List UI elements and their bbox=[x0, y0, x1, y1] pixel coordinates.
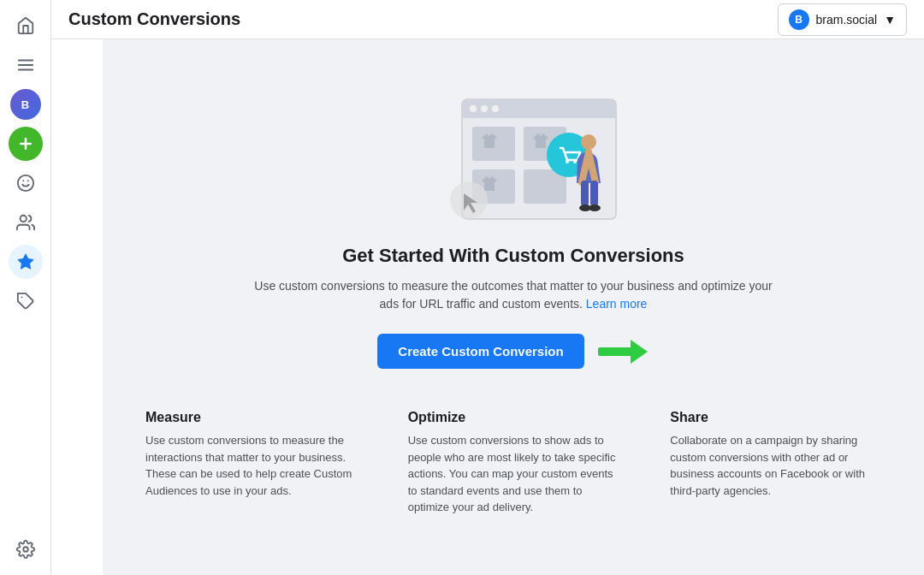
share-description: Collaborate on a campaign by sharing cus… bbox=[670, 432, 881, 499]
home-icon[interactable] bbox=[9, 9, 43, 43]
green-arrow-icon bbox=[598, 338, 649, 365]
custom-conversions-icon[interactable] bbox=[9, 245, 43, 279]
share-title: Share bbox=[670, 410, 881, 425]
illustration bbox=[394, 74, 633, 245]
svg-point-14 bbox=[470, 105, 477, 112]
create-custom-conversion-button[interactable]: Create Custom Conversion bbox=[377, 334, 583, 369]
feature-optimize: Optimize Use custom conversions to show … bbox=[408, 410, 619, 516]
svg-rect-30 bbox=[598, 347, 632, 356]
optimize-title: Optimize bbox=[408, 410, 619, 425]
svg-point-16 bbox=[492, 105, 499, 112]
svg-point-8 bbox=[20, 216, 26, 222]
features-section: Measure Use custom conversions to measur… bbox=[128, 410, 898, 516]
svg-rect-26 bbox=[590, 181, 598, 206]
account-name: bram.social bbox=[816, 13, 878, 27]
sidebar: B bbox=[0, 0, 51, 575]
learn-more-link[interactable]: Learn more bbox=[586, 297, 648, 311]
svg-rect-13 bbox=[462, 111, 616, 118]
cta-row: Create Custom Conversion bbox=[377, 334, 649, 369]
svg-rect-25 bbox=[581, 181, 589, 206]
measure-description: Use custom conversions to measure the in… bbox=[145, 432, 357, 499]
svg-point-5 bbox=[17, 175, 33, 191]
optimize-description: Use custom conversions to show ads to pe… bbox=[408, 432, 619, 516]
account-selector[interactable]: B bram.social ▼ bbox=[778, 3, 907, 36]
svg-point-28 bbox=[589, 205, 601, 211]
chevron-down-icon: ▼ bbox=[884, 13, 896, 27]
feature-share: Share Collaborate on a campaign by shari… bbox=[670, 410, 881, 516]
page-title: Custom Conversions bbox=[68, 9, 240, 29]
create-icon[interactable] bbox=[9, 127, 43, 161]
settings-icon[interactable] bbox=[9, 532, 43, 566]
header: Custom Conversions B bram.social ▼ bbox=[51, 0, 924, 39]
svg-point-22 bbox=[566, 160, 569, 163]
svg-point-23 bbox=[573, 160, 577, 163]
get-started-title: Get Started With Custom Conversions bbox=[342, 245, 684, 267]
tags-icon[interactable] bbox=[9, 284, 43, 318]
audiences-icon[interactable] bbox=[9, 205, 43, 240]
svg-point-24 bbox=[581, 134, 596, 150]
svg-point-10 bbox=[23, 547, 28, 552]
svg-point-15 bbox=[481, 105, 488, 112]
svg-marker-31 bbox=[631, 340, 648, 364]
feature-measure: Measure Use custom conversions to measur… bbox=[145, 410, 357, 516]
measure-title: Measure bbox=[145, 410, 357, 425]
main-content: Get Started With Custom Conversions Use … bbox=[103, 39, 924, 575]
get-started-description: Use custom conversions to measure the ou… bbox=[248, 277, 779, 313]
emoji-icon[interactable] bbox=[9, 166, 43, 200]
menu-icon[interactable] bbox=[9, 48, 43, 82]
user-avatar[interactable]: B bbox=[9, 87, 43, 122]
account-avatar: B bbox=[789, 9, 809, 30]
